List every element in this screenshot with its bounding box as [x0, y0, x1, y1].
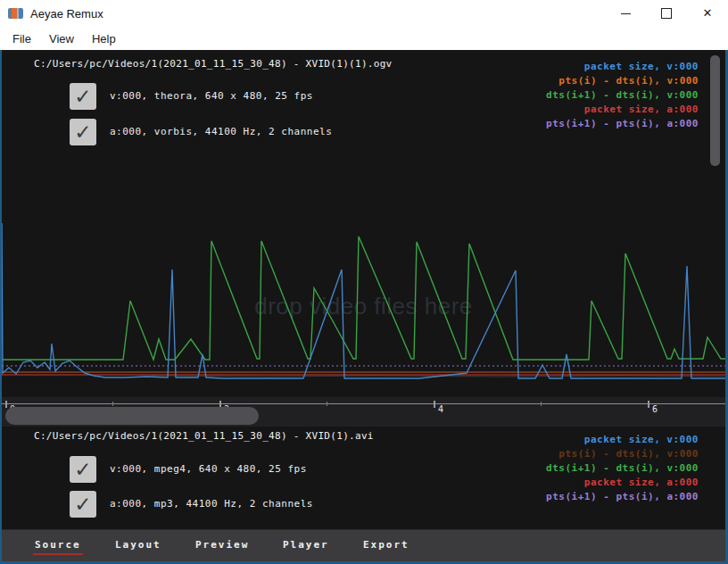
legend-pts-pts-a[interactable]: pts(i+1) - pts(i), a:000	[546, 118, 699, 129]
legend-packet-size-a[interactable]: packet size, a:000	[584, 104, 699, 115]
ruler-line	[2, 403, 725, 404]
legend-packet-size-v[interactable]: packet size, v:000	[584, 434, 699, 445]
maximize-button[interactable]	[646, 0, 687, 27]
app-window: Aeyae Remux ✕ File View Help C:/Users/pc…	[0, 0, 728, 564]
menu-view[interactable]: View	[40, 29, 83, 48]
ruler-tick-label: 4	[438, 404, 443, 414]
video-track-checkbox-1[interactable]: ✓	[70, 83, 96, 110]
legend-packet-size-v[interactable]: packet size, v:000	[584, 61, 699, 72]
window-body: C:/Users/pc/Videos/1(2021_01_11_15_30_48…	[0, 50, 728, 564]
ruler-tick-minor	[541, 402, 542, 406]
ruler-tick-minor	[112, 402, 113, 406]
legend-pts-pts-a[interactable]: pts(i+1) - pts(i), a:000	[546, 491, 699, 502]
tab-export[interactable]: Export	[363, 539, 410, 551]
source-file-path-2: C:/Users/pc/Videos/1(2021_01_11_15_30_48…	[34, 430, 374, 442]
tabbar: Source Layout Preview Player Export	[2, 529, 725, 561]
legend-pts-dts-v[interactable]: pts(i) - dts(i), v:000	[558, 75, 699, 87]
tab-player[interactable]: Player	[283, 539, 329, 551]
ruler-tick-label: 6	[652, 404, 658, 414]
audio-track-label-2: a:000, mp3, 44100 Hz, 2 channels	[110, 498, 313, 510]
legend-packet-size-a[interactable]: packet size, a:000	[584, 477, 699, 488]
tab-preview[interactable]: Preview	[195, 539, 249, 551]
minimize-icon	[621, 13, 631, 14]
close-button[interactable]: ✕	[687, 0, 728, 27]
ruler-tick-major	[5, 401, 7, 408]
window-controls: ✕	[605, 0, 728, 27]
ruler-tick-minor	[327, 402, 327, 406]
tab-layout[interactable]: Layout	[115, 539, 161, 551]
timeline-ruler[interactable]: 0246	[2, 397, 725, 427]
tab-source[interactable]: Source	[35, 539, 81, 551]
video-track-label-1: v:000, theora, 640 x 480, 25 fps	[110, 90, 313, 102]
video-track-checkbox-2[interactable]: ✓	[70, 456, 96, 483]
checkmark-icon: ✓	[74, 491, 91, 518]
checkmark-icon: ✓	[74, 83, 91, 110]
app-icon	[8, 8, 23, 19]
checkmark-icon: ✓	[74, 456, 91, 483]
audio-track-label-1: a:000, vorbis, 44100 Hz, 2 channels	[110, 126, 332, 137]
ruler-tick-major	[434, 401, 435, 408]
legend-dts-dts-v[interactable]: dts(i+1) - dts(i), v:000	[546, 89, 699, 101]
audio-track-checkbox-2[interactable]: ✓	[70, 491, 96, 518]
titlebar: Aeyae Remux ✕	[0, 0, 728, 27]
packet-timing-chart[interactable]	[2, 139, 725, 400]
legend-pts-dts-v[interactable]: pts(i) - dts(i), v:000	[558, 448, 699, 460]
menu-help[interactable]: Help	[83, 29, 125, 48]
source-file-path-1: C:/Users/pc/Videos/1(2021_01_11_15_30_48…	[34, 58, 393, 70]
maximize-icon	[661, 8, 672, 19]
minimize-button[interactable]	[605, 0, 646, 27]
legend-dts-dts-v[interactable]: dts(i+1) - dts(i), v:000	[546, 462, 699, 474]
close-icon: ✕	[703, 0, 713, 27]
video-track-label-2: v:000, mpeg4, 640 x 480, 25 fps	[110, 463, 307, 475]
window-title: Aeyae Remux	[30, 7, 103, 21]
ruler-tick-major	[648, 401, 649, 408]
horizontal-scrollbar-thumb[interactable]	[5, 407, 259, 425]
menu-file[interactable]: File	[4, 29, 40, 48]
content-area[interactable]: C:/Users/pc/Videos/1(2021_01_11_15_30_48…	[2, 50, 725, 529]
menubar: File View Help	[0, 27, 728, 50]
